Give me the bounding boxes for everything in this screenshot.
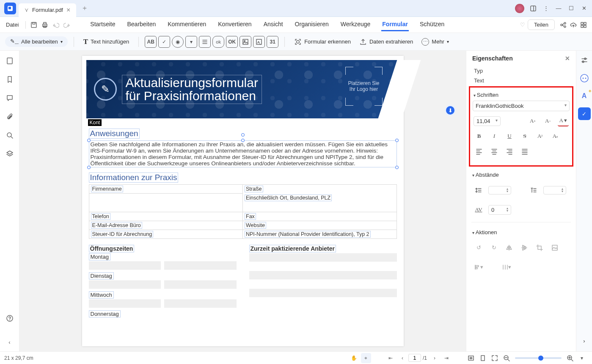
settings-sliders-icon[interactable] [578,54,591,67]
label-steuer[interactable]: Steuer-ID für Abrechnung [91,231,154,238]
heading-providers[interactable]: Zurzeit paktizierende Anbieter [249,245,336,252]
file-menu[interactable]: Datei [3,20,21,30]
hours-input[interactable] [164,280,237,289]
collapse-right-icon[interactable]: › [578,334,591,347]
selection-handle[interactable] [395,166,399,169]
paragraph-spacing-icon[interactable] [528,185,539,196]
export-badge-icon[interactable]: ⬇ [445,105,456,116]
label-website[interactable]: Website [245,222,266,229]
font-family-select[interactable]: FranklinGothicBook ▾ [473,101,570,111]
save-icon[interactable] [28,19,39,30]
decrease-font-icon[interactable]: A− [542,115,553,126]
dropdown-field-icon[interactable]: ▾ [185,36,197,48]
undo-icon[interactable] [50,19,61,30]
menu-kommentieren[interactable]: Kommentieren [167,18,207,31]
share-button[interactable]: Teilen [528,19,555,30]
app-logo[interactable] [4,3,16,14]
align-right-icon[interactable] [504,146,515,157]
form-title[interactable]: Aktualisierungsformular für Praxisinform… [122,75,262,104]
spacing-section-label[interactable]: Abstände [466,167,576,181]
text-field-icon[interactable]: AB [145,36,157,48]
day-mittwoch[interactable]: Mittwoch [89,291,114,298]
zoom-out-icon[interactable] [501,353,512,363]
forms-panel-icon[interactable]: ✓ [578,107,591,120]
actions-section-label[interactable]: Aktionen [466,225,576,238]
lightbulb-icon[interactable]: ♡ [518,20,528,30]
next-page-icon[interactable]: › [430,353,440,363]
char-spacing-icon[interactable]: AV [473,204,484,215]
font-color-icon[interactable]: A ▾ [558,115,569,126]
extract-data-button[interactable]: Daten extrahieren [356,36,416,47]
new-tab-button[interactable]: ＋ [81,4,88,13]
label-firmenname[interactable]: Firmenname [91,186,123,192]
char-spacing-input[interactable]: 0▴▾ [488,205,511,215]
selection-handle[interactable] [87,139,91,142]
date-field-icon[interactable]: 31 [267,36,278,48]
grid-icon[interactable] [578,20,589,30]
add-text-button[interactable]: T Text hinzufügen [80,36,132,48]
hours-input[interactable] [89,261,161,270]
select-tool-icon[interactable]: ⌖ [361,353,371,363]
logo-placeholder[interactable]: Platzieren Sie Ihr Logo hier [345,67,383,106]
align-left-icon[interactable] [474,146,485,157]
page-number-input[interactable] [408,354,421,362]
comments-icon[interactable] [5,93,15,103]
menu-startseite[interactable]: Startseite [89,18,116,31]
replace-image-icon[interactable] [549,242,560,253]
selection-handle[interactable] [395,139,399,142]
prev-page-icon[interactable]: ‹ [397,353,408,363]
signature-field-icon[interactable] [253,36,265,48]
ai-text-icon[interactable]: A✦ [578,90,591,102]
flip-v-icon[interactable] [519,242,530,253]
font-size-select[interactable]: 11,04 ▾ [474,116,501,126]
ok-box-icon[interactable]: OK [226,36,238,48]
thumbnails-icon[interactable] [5,56,15,66]
day-dienstag[interactable]: Dienstag [89,272,114,279]
first-page-icon[interactable]: ⇤ [385,353,396,363]
edit-all-button[interactable]: ✎— Alle bearbeiten ▾ [5,36,68,47]
print-icon[interactable] [39,19,50,30]
distribute-icon[interactable]: ▾ [501,262,512,273]
label-telefon[interactable]: Telefon [91,213,110,220]
day-montag[interactable]: Montag [89,253,110,260]
bookmarks-icon[interactable] [5,74,15,85]
italic-icon[interactable]: I [489,131,500,142]
last-page-icon[interactable]: ⇥ [441,353,452,363]
heading-hours[interactable]: Öffnungszeiten [89,245,135,252]
fit-width-icon[interactable] [466,353,476,363]
panel-close-icon[interactable]: ✕ [565,55,570,62]
label-strasse2[interactable]: Einschließlich Ort, Bundesland, PLZ [245,194,332,201]
search-icon[interactable] [5,130,15,140]
more-button[interactable]: ⋯ Mehr ▾ [418,36,452,47]
subscript-icon[interactable]: A₂ [550,131,561,142]
selection-handle[interactable] [241,139,245,142]
image-field-icon[interactable] [240,36,251,48]
hours-input[interactable] [164,299,237,308]
menu-formular[interactable]: Formular [381,18,409,31]
rotation-handle[interactable] [241,133,245,137]
window-minimize-icon[interactable]: — [552,2,565,15]
selection-tag[interactable]: Kont [88,119,102,126]
menu-konvertieren[interactable]: Konvertieren [217,18,252,31]
recognize-form-button[interactable]: Formular erkennen [291,36,354,47]
checkbox-icon[interactable]: ✓ [158,36,170,48]
label-npi[interactable]: NPI-Nummer (National Provider Identifica… [245,231,371,238]
hand-tool-icon[interactable]: ✋ [349,353,359,363]
label-fax[interactable]: Fax [245,213,256,220]
line-spacing-input[interactable]: ▴▾ [488,186,511,194]
tab-close-icon[interactable]: × [66,6,70,14]
align-justify-icon[interactable] [519,146,530,157]
align-objects-icon[interactable]: ▾ [473,262,484,273]
align-center-icon[interactable] [489,146,500,157]
hours-input[interactable] [89,299,161,308]
menu-werkzeuge[interactable]: Werkzeuge [340,18,372,31]
crop-icon[interactable] [534,242,545,253]
fullscreen-icon[interactable] [490,353,500,363]
window-maximize-icon[interactable]: ☐ [565,2,578,15]
zoom-dropdown-icon[interactable]: ▾ [577,353,587,363]
flip-h-icon[interactable] [504,242,515,253]
line-spacing-icon[interactable] [473,185,484,196]
hours-input[interactable] [89,280,161,289]
heading-anweisungen[interactable]: Anweisungen [89,129,140,139]
button-field-icon[interactable]: ok [212,36,224,48]
